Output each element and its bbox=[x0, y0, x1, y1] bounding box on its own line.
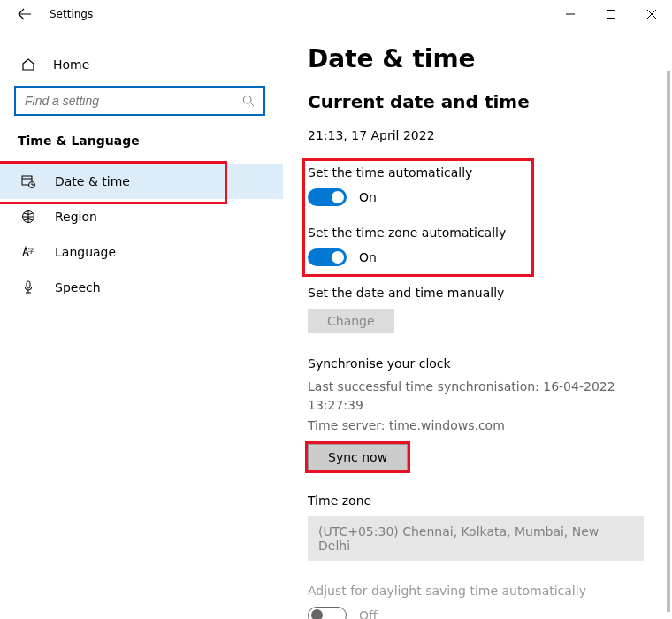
sidebar-home-label: Home bbox=[53, 57, 89, 72]
sidebar-item-speech[interactable]: Speech bbox=[0, 270, 283, 305]
back-button[interactable] bbox=[16, 5, 34, 23]
auto-time-state: On bbox=[359, 190, 377, 204]
sync-heading: Synchronise your clock bbox=[308, 356, 644, 371]
dst-toggle bbox=[308, 607, 347, 619]
sidebar-item-region[interactable]: Region bbox=[0, 199, 283, 234]
sync-now-button[interactable]: Sync now bbox=[308, 444, 408, 470]
sidebar-item-label: Region bbox=[55, 210, 97, 224]
sidebar-section-title: Time & Language bbox=[18, 134, 265, 148]
svg-point-1 bbox=[243, 96, 251, 103]
search-box[interactable] bbox=[14, 86, 265, 116]
current-datetime-value: 21:13, 17 April 2022 bbox=[308, 128, 644, 142]
globe-icon bbox=[19, 210, 37, 224]
content-pane: Date & time Current date and time 21:13,… bbox=[283, 0, 672, 619]
search-input[interactable] bbox=[25, 94, 242, 108]
window-title: Settings bbox=[50, 8, 93, 20]
section-current-datetime: Current date and time bbox=[308, 91, 644, 112]
calendar-clock-icon bbox=[19, 174, 37, 188]
dst-label: Adjust for daylight saving time automati… bbox=[308, 584, 644, 598]
language-icon: 字 bbox=[19, 245, 37, 259]
auto-time-toggle[interactable] bbox=[308, 188, 347, 206]
auto-time-label: Set the time automatically bbox=[308, 165, 644, 180]
sidebar-item-label: Speech bbox=[55, 280, 101, 294]
tz-heading: Time zone bbox=[308, 493, 644, 508]
sidebar-item-date-time[interactable]: Date & time bbox=[0, 164, 283, 199]
sidebar-home[interactable]: Home bbox=[14, 49, 265, 80]
dst-state: Off bbox=[359, 608, 378, 619]
sidebar: Home Time & Language Date & time Region … bbox=[0, 0, 283, 619]
time-server-text: Time server: time.windows.com bbox=[308, 416, 644, 435]
auto-tz-toggle[interactable] bbox=[308, 248, 347, 266]
arrow-left-icon bbox=[18, 7, 32, 21]
sidebar-item-label: Language bbox=[55, 245, 116, 259]
svg-rect-6 bbox=[27, 281, 30, 288]
scrollbar[interactable] bbox=[667, 71, 670, 612]
svg-text:字: 字 bbox=[28, 248, 34, 255]
sidebar-item-language[interactable]: 字 Language bbox=[0, 234, 283, 270]
last-sync-text: Last successful time synchronisation: 16… bbox=[308, 378, 644, 415]
timezone-select[interactable]: (UTC+05:30) Chennai, Kolkata, Mumbai, Ne… bbox=[308, 516, 644, 561]
search-icon bbox=[242, 95, 255, 107]
sidebar-item-label: Date & time bbox=[55, 174, 130, 188]
home-icon bbox=[19, 57, 37, 72]
change-button[interactable]: Change bbox=[308, 309, 394, 333]
manual-time-label: Set the date and time manually bbox=[308, 286, 644, 300]
page-heading: Date & time bbox=[308, 44, 644, 73]
auto-tz-state: On bbox=[359, 250, 377, 264]
microphone-icon bbox=[19, 280, 37, 294]
auto-tz-label: Set the time zone automatically bbox=[308, 225, 644, 240]
